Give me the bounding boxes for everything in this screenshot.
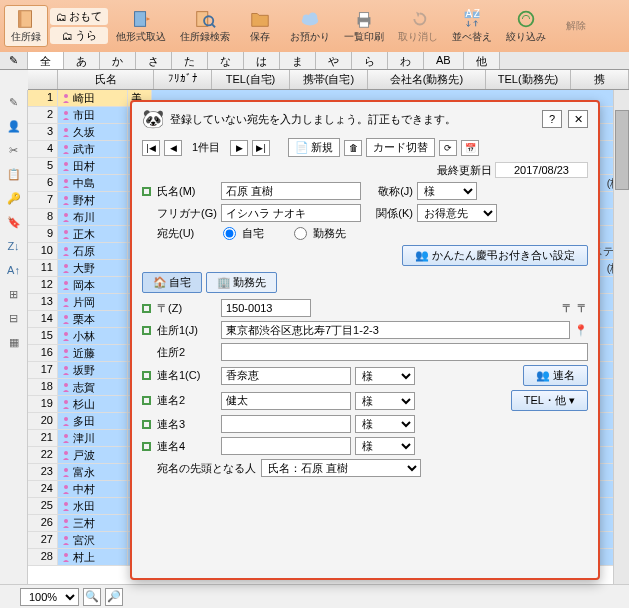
undo-button[interactable]: 取り消し	[392, 6, 444, 46]
tabstrip-icon[interactable]: ✎	[0, 52, 28, 69]
nav-next[interactable]: ▶	[230, 140, 248, 156]
kana-tab-あ[interactable]: あ	[64, 52, 100, 69]
joint2-input[interactable]	[221, 392, 351, 410]
name-cell[interactable]: 宮沢	[58, 532, 128, 548]
kana-tab-ら[interactable]: ら	[352, 52, 388, 69]
name-cell[interactable]: 岡本	[58, 277, 128, 293]
kana-tab-全[interactable]: 全	[28, 52, 64, 69]
tool-5[interactable]: 🔑	[4, 188, 24, 208]
work-tab[interactable]: 🏢勤務先	[206, 272, 277, 293]
relation-select[interactable]: お得意先	[417, 204, 497, 222]
search-button[interactable]: 住所録検索	[174, 6, 236, 46]
delete-button[interactable]: 🗑	[344, 140, 362, 156]
col-tel-work[interactable]: TEL(勤務先)	[486, 70, 571, 89]
furigana-input[interactable]	[221, 204, 361, 222]
save-button[interactable]: 保存	[238, 6, 282, 46]
card-switch-button[interactable]: カード切替	[366, 138, 435, 157]
zip-lookup1[interactable]: 〒	[562, 301, 573, 316]
addr2-input[interactable]	[221, 343, 588, 361]
deposit-button[interactable]: お預かり	[284, 6, 336, 46]
nav-last[interactable]: ▶|	[252, 140, 270, 156]
kana-tab-ま[interactable]: ま	[280, 52, 316, 69]
name-cell[interactable]: 崎田	[58, 90, 128, 106]
refresh-button[interactable]: ⟳	[439, 140, 457, 156]
head-select[interactable]: 氏名：石原 直樹	[261, 459, 421, 477]
name-cell[interactable]: 市田	[58, 107, 128, 123]
kana-tab-か[interactable]: か	[100, 52, 136, 69]
kana-tab-さ[interactable]: さ	[136, 52, 172, 69]
nav-first[interactable]: |◀	[142, 140, 160, 156]
col-furigana[interactable]: ﾌﾘｶﾞﾅ	[154, 70, 212, 89]
joint1-title[interactable]: 様	[355, 367, 415, 385]
addressbook-button[interactable]: 住所録	[4, 5, 48, 47]
other-format-button[interactable]: 他形式取込	[110, 6, 172, 46]
release-button[interactable]: 解除	[554, 17, 598, 35]
name-input[interactable]	[221, 182, 361, 200]
joint3-input[interactable]	[221, 415, 351, 433]
name-cell[interactable]: 野村	[58, 192, 128, 208]
title-select[interactable]: 様	[417, 182, 477, 200]
name-cell[interactable]: 志賀	[58, 379, 128, 395]
tool-10[interactable]: ⊟	[4, 308, 24, 328]
tool-8[interactable]: A↑	[4, 260, 24, 280]
zoom-in-button[interactable]: 🔎	[105, 588, 123, 606]
name-cell[interactable]: 田村	[58, 158, 128, 174]
tool-1[interactable]: ✎	[4, 92, 24, 112]
nav-prev[interactable]: ◀	[164, 140, 182, 156]
kana-tab-は[interactable]: は	[244, 52, 280, 69]
tool-4[interactable]: 📋	[4, 164, 24, 184]
tool-2[interactable]: 👤	[4, 116, 24, 136]
col-name[interactable]: 氏名	[58, 70, 154, 89]
filter-button[interactable]: 絞り込み	[500, 6, 552, 46]
close-button[interactable]: ✕	[568, 110, 588, 128]
tool-6[interactable]: 🔖	[4, 212, 24, 232]
tel-button[interactable]: TEL・他▾	[511, 390, 588, 411]
calendar-button[interactable]: 📅	[461, 140, 479, 156]
joint4-title[interactable]: 様	[355, 437, 415, 455]
joint-button[interactable]: 👥連名	[523, 365, 588, 386]
kana-tab-な[interactable]: な	[208, 52, 244, 69]
name-cell[interactable]: 小林	[58, 328, 128, 344]
help-button[interactable]: ?	[542, 110, 562, 128]
tool-9[interactable]: ⊞	[4, 284, 24, 304]
col-tel-home[interactable]: TEL(自宅)	[212, 70, 290, 89]
kana-tab-AB[interactable]: AB	[424, 52, 464, 69]
tool-3[interactable]: ✂	[4, 140, 24, 160]
scrollbar-thumb[interactable]	[615, 110, 629, 190]
name-cell[interactable]: 富永	[58, 464, 128, 480]
name-cell[interactable]: 正木	[58, 226, 128, 242]
kana-tab-た[interactable]: た	[172, 52, 208, 69]
name-cell[interactable]: 武市	[58, 141, 128, 157]
home-radio[interactable]	[223, 227, 236, 240]
work-radio[interactable]	[294, 227, 307, 240]
tool-11[interactable]: ▦	[4, 332, 24, 352]
vertical-scrollbar[interactable]	[613, 90, 629, 584]
sort-button[interactable]: AZ 並べ替え	[446, 6, 498, 46]
name-cell[interactable]: 津川	[58, 430, 128, 446]
joint1-input[interactable]	[221, 367, 351, 385]
col-mobile-work[interactable]: 携	[571, 70, 629, 89]
name-cell[interactable]: 布川	[58, 209, 128, 225]
ura-button[interactable]: 🗂うら	[50, 27, 108, 44]
ceremony-button[interactable]: 👥かんたん慶弔お付き合い設定	[402, 245, 588, 266]
name-cell[interactable]: 坂野	[58, 362, 128, 378]
name-cell[interactable]: 中島	[58, 175, 128, 191]
zoom-select[interactable]: 100%	[20, 588, 79, 606]
kana-tab-や[interactable]: や	[316, 52, 352, 69]
tool-7[interactable]: Z↓	[4, 236, 24, 256]
name-cell[interactable]: 水田	[58, 498, 128, 514]
name-cell[interactable]: 杉山	[58, 396, 128, 412]
addr-lookup[interactable]: 📍	[574, 324, 588, 337]
joint3-title[interactable]: 様	[355, 415, 415, 433]
col-mobile-home[interactable]: 携帯(自宅)	[290, 70, 368, 89]
name-cell[interactable]: 久坂	[58, 124, 128, 140]
kana-tab-他[interactable]: 他	[464, 52, 500, 69]
zip-input[interactable]	[221, 299, 311, 317]
name-cell[interactable]: 戸波	[58, 447, 128, 463]
name-cell[interactable]: 近藤	[58, 345, 128, 361]
joint4-input[interactable]	[221, 437, 351, 455]
omote-button[interactable]: 🗂おもて	[50, 8, 108, 25]
new-button[interactable]: 📄新規	[288, 138, 340, 157]
joint2-title[interactable]: 様	[355, 392, 415, 410]
zoom-out-button[interactable]: 🔍	[83, 588, 101, 606]
